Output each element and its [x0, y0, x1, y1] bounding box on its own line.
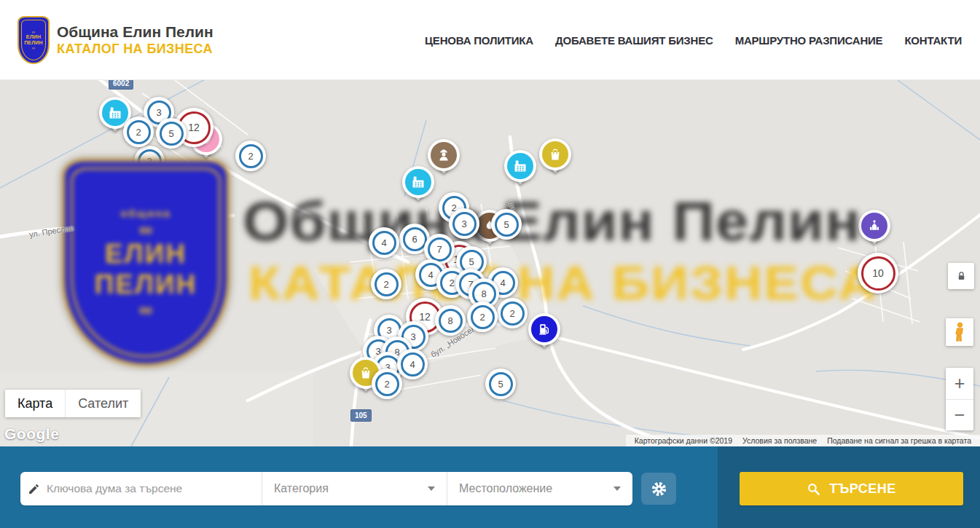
- nav-contacts[interactable]: КОНТАКТИ: [904, 34, 962, 47]
- advanced-search-settings-button[interactable]: [641, 473, 676, 505]
- lock-icon: [956, 270, 967, 283]
- factory-icon: [513, 159, 528, 173]
- cluster-marker[interactable]: 2: [467, 302, 498, 332]
- category-select[interactable]: Категория: [262, 472, 447, 505]
- cluster-count: 5: [469, 256, 474, 267]
- cluster-ring: 6: [403, 227, 427, 251]
- watermark-emblem-name-line2: ПЕЛИН: [95, 270, 197, 299]
- gear-icon: [651, 481, 667, 497]
- cluster-marker[interactable]: 8: [435, 305, 466, 336]
- cluster-count: 4: [381, 237, 386, 248]
- zoom-control: + −: [946, 368, 973, 430]
- pegman-control[interactable]: [946, 318, 973, 346]
- pin-icon-circle: [542, 141, 568, 168]
- cluster-ring: 2: [239, 144, 263, 168]
- factory-pin-marker[interactable]: [402, 166, 434, 208]
- cluster-ring: 2: [127, 120, 151, 144]
- cluster-marker[interactable]: 2: [497, 298, 528, 328]
- search-bar: Категория Местоположение ТЪРСЕНЕ: [0, 446, 980, 528]
- cluster-count: 4: [409, 359, 415, 370]
- keyword-search-input[interactable]: [47, 482, 243, 495]
- cluster-count: 8: [481, 288, 486, 299]
- fuel-pin-marker[interactable]: [528, 313, 560, 355]
- cluster-ring: 4: [372, 231, 396, 255]
- cluster-count: 3: [386, 325, 391, 336]
- location-select-label: Местоположение: [459, 482, 552, 495]
- zoom-in-button[interactable]: +: [946, 368, 973, 400]
- street-view-lock-button[interactable]: [948, 263, 974, 289]
- search-submit-label: ТЪРСЕНЕ: [829, 481, 896, 497]
- shopping-bag-icon: [548, 147, 562, 162]
- cluster-ring: 2: [375, 272, 399, 296]
- search-submit-button[interactable]: ТЪРСЕНЕ: [740, 472, 963, 505]
- church-pin-marker[interactable]: [858, 210, 890, 252]
- cluster-ring: 5: [495, 213, 519, 237]
- fuel-pump-icon: [537, 322, 552, 336]
- pin-icon-circle: [405, 169, 431, 195]
- cluster-marker[interactable]: 2: [371, 269, 401, 299]
- cluster-marker[interactable]: 4: [369, 227, 399, 258]
- emblem-name-line1: ЕЛИН: [26, 34, 41, 40]
- nav-route-schedule[interactable]: МАРШРУТНО РАЗПИСАНИЕ: [735, 34, 883, 47]
- cluster-marker[interactable]: 10: [858, 253, 898, 293]
- site-subtitle: КАТАЛОГ НА БИЗНЕСА: [57, 41, 213, 57]
- cluster-count: 5: [168, 128, 173, 139]
- cluster-ring: 10: [861, 256, 895, 291]
- cluster-ring: 7: [428, 237, 452, 261]
- attribution-copyright: Картографски данни ©2019: [630, 436, 737, 445]
- google-logo[interactable]: Google: [4, 425, 59, 443]
- church-icon: [867, 218, 882, 233]
- cluster-marker[interactable]: 5: [156, 118, 187, 149]
- location-select[interactable]: Местоположение: [447, 472, 632, 505]
- google-map-canvas[interactable]: 6002105ул. Преславбул. „Новоселции общин…: [0, 80, 980, 446]
- site-logo[interactable]: ∞ ЕЛИН ПЕЛИН ∞ Община Елин Пелин КАТАЛОГ…: [17, 16, 213, 64]
- worker-icon: [436, 148, 451, 162]
- factory-icon: [108, 106, 122, 120]
- nav-add-your-business[interactable]: ДОБАВЕТЕ ВАШИЯТ БИЗНЕС: [555, 34, 713, 47]
- cluster-count: 2: [449, 277, 454, 288]
- pin-icon-circle: [531, 316, 557, 342]
- route-number-badge: 6002: [109, 80, 133, 90]
- cluster-ring: 5: [160, 122, 184, 146]
- search-panel: Категория Местоположение: [20, 472, 632, 505]
- municipality-emblem-icon: ∞ ЕЛИН ПЕЛИН ∞: [17, 16, 50, 64]
- cluster-ring: 5: [489, 372, 513, 396]
- main-nav: ЦЕНОВА ПОЛИТИКА ДОБАВЕТЕ ВАШИЯТ БИЗНЕС М…: [425, 0, 962, 80]
- site-title: Община Елин Пелин: [57, 23, 213, 41]
- pin-icon-circle: [507, 153, 533, 179]
- cluster-count: 2: [248, 151, 253, 162]
- cluster-ring: 2: [501, 302, 525, 326]
- map-type-satellite-button[interactable]: Сателит: [65, 390, 141, 417]
- watermark-emblem: община ∞ ЕЛИН ПЕЛИН ∞: [62, 159, 230, 366]
- cluster-count: 4: [428, 269, 433, 280]
- zoom-out-button[interactable]: −: [946, 400, 973, 431]
- cluster-marker[interactable]: 2: [123, 117, 154, 147]
- keyword-field-wrap: [20, 472, 262, 505]
- cluster-marker[interactable]: 5: [491, 209, 522, 240]
- cluster-marker[interactable]: 2: [235, 141, 266, 171]
- watermark-emblem-ornament: ∞: [139, 221, 153, 238]
- attribution-report-error-link[interactable]: Подаване на сигнал за грешка в картата: [822, 436, 976, 445]
- nav-pricing-policy[interactable]: ЦЕНОВА ПОЛИТИКА: [425, 34, 533, 47]
- cluster-count: 12: [188, 122, 200, 133]
- cluster-ring: 3: [452, 212, 477, 236]
- factory-pin-marker[interactable]: [504, 150, 536, 192]
- cluster-count: 2: [136, 127, 141, 138]
- cluster-count: 3: [410, 331, 415, 342]
- cluster-marker[interactable]: 3: [449, 208, 479, 239]
- cluster-count: 12: [419, 311, 431, 323]
- attribution-terms-link[interactable]: Условия за ползване: [737, 436, 822, 445]
- watermark-emblem-top-text: община: [120, 207, 171, 219]
- cluster-marker[interactable]: 4: [397, 349, 428, 379]
- bag-pin-marker[interactable]: [539, 138, 571, 181]
- cluster-count: 10: [872, 267, 884, 279]
- cluster-ring: 4: [401, 352, 425, 377]
- pin-icon-circle: [431, 142, 457, 168]
- watermark-emblem-ornament: ∞: [139, 301, 153, 318]
- route-number-badge: 105: [350, 409, 372, 422]
- site-header: ∞ ЕЛИН ПЕЛИН ∞ Община Елин Пелин КАТАЛОГ…: [0, 0, 980, 80]
- chevron-down-icon: [428, 486, 435, 491]
- cluster-marker[interactable]: 5: [485, 369, 516, 399]
- map-type-map-button[interactable]: Карта: [5, 390, 65, 417]
- cluster-marker[interactable]: 2: [372, 369, 402, 399]
